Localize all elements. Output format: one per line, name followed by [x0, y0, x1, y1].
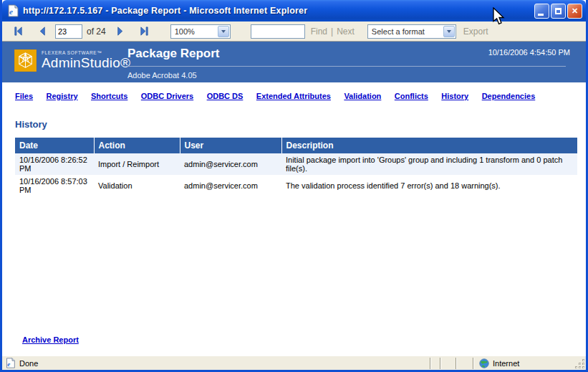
chevron-down-icon: [443, 26, 455, 37]
status-pane: [456, 358, 473, 369]
report-toolbar: of 24 100% Find | Next Select a format E…: [2, 22, 586, 42]
nav-link-dependencies[interactable]: Dependencies: [482, 92, 536, 100]
cell-action: Import / Reimport: [94, 153, 180, 175]
nav-link-history[interactable]: History: [441, 92, 468, 100]
last-page-icon: [139, 26, 150, 37]
nav-link-conflicts[interactable]: Conflicts: [395, 92, 428, 100]
prev-page-icon: [37, 26, 48, 37]
report-nav: Files Registry Shortcuts ODBC Drivers OD…: [2, 82, 586, 102]
status-bar: e Done Internet: [2, 356, 586, 370]
table-row: 10/16/2006 8:57:03 PM Validation admin@s…: [15, 175, 577, 196]
section-title: History: [15, 119, 586, 130]
minimize-icon: [538, 14, 544, 16]
report-header: FLEXERA SOFTWARE™ AdminStudio® Package R…: [2, 42, 586, 82]
cell-date: 10/16/2006 8:57:03 PM: [15, 175, 94, 196]
close-icon: ✕: [572, 6, 578, 16]
format-select[interactable]: Select a format: [367, 24, 456, 39]
next-page-button[interactable]: [113, 24, 127, 39]
cube-icon: [14, 49, 37, 72]
column-header-action: Action: [94, 138, 180, 153]
cell-user: admin@servicer.com: [180, 153, 281, 175]
next-find-button[interactable]: Next: [337, 27, 355, 37]
globe-icon: [479, 358, 489, 368]
archive-report-link[interactable]: Archive Report: [22, 335, 79, 344]
next-page-icon: [115, 26, 125, 37]
zoom-value: 100%: [175, 27, 195, 36]
last-page-button[interactable]: [138, 24, 152, 39]
title-bar: e http://172.17.5.167 - Package Report -…: [2, 0, 586, 22]
flexera-brand-label: FLEXERA SOFTWARE™: [42, 50, 130, 55]
svg-text:e: e: [7, 361, 10, 368]
report-content: Files Registry Shortcuts ODBC Drivers OD…: [2, 82, 586, 356]
nav-link-files[interactable]: Files: [15, 92, 33, 100]
package-name: Adobe Acrobat 4.05: [127, 71, 569, 80]
nav-link-shortcuts[interactable]: Shortcuts: [91, 92, 127, 100]
header-divider: [127, 66, 566, 67]
security-zone-label: Internet: [493, 359, 519, 368]
first-page-icon: [13, 26, 24, 37]
find-input[interactable]: [251, 24, 305, 39]
format-value: Select a format: [372, 27, 425, 36]
nav-link-odbc-drivers[interactable]: ODBC Drivers: [141, 92, 193, 100]
status-pane: [440, 358, 456, 369]
nav-link-extended-attributes[interactable]: Extended Attributes: [256, 92, 331, 100]
table-row: 10/16/2006 8:26:52 PM Import / Reimport …: [15, 153, 577, 175]
cell-description: Initial package import into 'Groups' gro…: [281, 153, 577, 175]
column-header-description: Description: [281, 138, 577, 153]
nav-link-odbc-ds[interactable]: ODBC DS: [207, 92, 244, 100]
status-pane: [430, 358, 440, 369]
nav-link-registry[interactable]: Registry: [47, 92, 78, 100]
close-button[interactable]: ✕: [567, 4, 582, 19]
svg-text:e: e: [9, 7, 13, 16]
column-header-date: Date: [15, 138, 94, 153]
adminstudio-logo: FLEXERA SOFTWARE™ AdminStudio®: [14, 49, 130, 72]
window-title: http://172.17.5.167 - Package Report - M…: [23, 6, 529, 16]
zoom-select[interactable]: 100%: [170, 24, 231, 39]
cell-action: Validation: [94, 175, 180, 196]
nav-link-validation[interactable]: Validation: [344, 92, 381, 100]
cell-description: The validation process identified 7 erro…: [281, 175, 577, 196]
table-header-row: Date Action User Description: [15, 138, 577, 153]
chevron-down-icon: [218, 26, 229, 37]
maximize-button[interactable]: [551, 4, 566, 19]
cell-user: admin@servicer.com: [180, 175, 281, 196]
minimize-button[interactable]: [534, 4, 549, 19]
find-button[interactable]: Find: [311, 27, 327, 37]
maximize-icon: [555, 8, 562, 14]
page-number-input[interactable]: [55, 24, 82, 39]
report-timestamp: 10/16/2006 4:54:50 PM: [488, 48, 570, 57]
column-header-user: User: [180, 138, 281, 153]
ie-page-icon: e: [6, 4, 19, 17]
adminstudio-brand-label: AdminStudio®: [42, 55, 130, 71]
export-button[interactable]: Export: [463, 27, 488, 37]
page-count-label: of 24: [87, 27, 106, 37]
cell-date: 10/16/2006 8:26:52 PM: [15, 153, 94, 175]
browser-window: e http://172.17.5.167 - Package Report -…: [0, 0, 588, 372]
resize-grip[interactable]: [574, 358, 586, 370]
history-table: Date Action User Description 10/16/2006 …: [15, 138, 577, 196]
status-text: Done: [19, 359, 38, 368]
prev-page-button[interactable]: [35, 24, 49, 39]
first-page-button[interactable]: [11, 24, 25, 39]
ie-page-icon: e: [5, 358, 16, 368]
find-next-separator: |: [331, 27, 333, 37]
